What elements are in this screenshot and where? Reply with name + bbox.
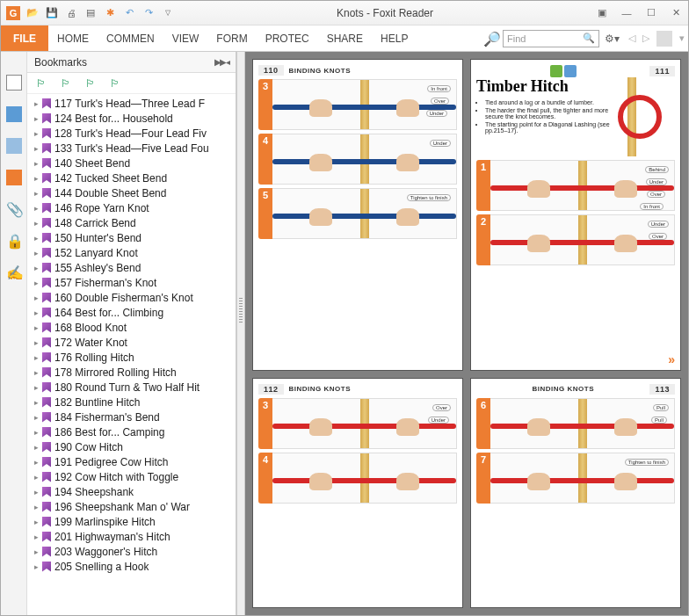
bookmark-item[interactable]: ▸160 Double Fisherman's Knot — [27, 290, 236, 305]
dropdown-icon[interactable]: ▽ — [161, 6, 175, 20]
find-go-icon[interactable]: 🔍 — [583, 33, 595, 44]
step-number: 5 — [258, 188, 272, 239]
menu-view[interactable]: VIEW — [163, 33, 208, 45]
user-menu-icon[interactable]: ▾ — [676, 33, 688, 44]
bookmark-item[interactable]: ▸178 Mirrored Rolling Hitch — [27, 365, 236, 380]
step-5: 5Tighten to finish — [258, 188, 457, 239]
nav-next-icon[interactable]: ▷ — [639, 33, 653, 44]
bookmark-item[interactable]: ▸144 Double Sheet Bend — [27, 185, 236, 200]
bookmark-item[interactable]: ▸196 Sheepshank Man o' War — [27, 499, 236, 514]
step-3: 3OverUnder — [258, 398, 457, 449]
step-number: 3 — [258, 398, 272, 449]
step-label: Under — [428, 417, 449, 424]
redo-icon[interactable]: ↷ — [141, 6, 156, 20]
bookmark-item[interactable]: ▸201 Highwayman's Hitch — [27, 529, 236, 544]
step-label: Over — [432, 404, 451, 411]
bookmark-item[interactable]: ▸186 Best for... Camping — [27, 424, 236, 439]
menu-form[interactable]: FORM — [207, 33, 256, 45]
step-number: 4 — [258, 453, 272, 504]
nav-prev-icon[interactable]: ◁ — [625, 33, 639, 44]
ribbon-toggle-icon[interactable]: ▣ — [595, 6, 609, 20]
bookmark-item[interactable]: ▸128 Turk's Head—Four Lead Fiv — [27, 126, 236, 141]
bookmark-item[interactable]: ▸140 Sheet Bend — [27, 156, 236, 170]
step-number: 6 — [476, 398, 490, 449]
knot-title: Timber Hitch — [476, 77, 613, 96]
bookmarks-header: Bookmarks ▶▶ ◂ — [27, 52, 236, 73]
bookmark-item[interactable]: ▸117 Turk's Head—Three Lead F — [27, 96, 236, 111]
page-111: 111 Timber Hitch Tied around a log or a … — [470, 59, 681, 371]
bookmark-tab-icon[interactable] — [6, 75, 22, 91]
signature-tab-icon[interactable]: ✍ — [6, 265, 22, 280]
bookmark-item[interactable]: ▸142 Tucked Sheet Bend — [27, 170, 236, 185]
bookmark-item[interactable]: ▸148 Carrick Bend — [27, 215, 236, 230]
step-3: 3In frontOverUnder — [258, 79, 457, 130]
bookmark-item[interactable]: ▸203 Waggoner's Hitch — [27, 544, 236, 559]
step-7: 7Tighten to finish — [476, 453, 675, 504]
undo-icon[interactable]: ↶ — [122, 6, 136, 20]
bm-tool-expand-icon[interactable]: 🏳 — [36, 77, 47, 90]
save-icon[interactable]: 💾 — [45, 6, 59, 20]
menu-protect[interactable]: PROTEC — [257, 33, 318, 45]
menu-comment[interactable]: COMMEN — [98, 33, 163, 45]
menu-home[interactable]: HOME — [48, 33, 98, 45]
bookmark-item[interactable]: ▸157 Fisherman's Knot — [27, 275, 236, 290]
step-number: 4 — [258, 134, 272, 185]
step-label: Under — [426, 110, 447, 117]
feature-icon — [550, 65, 562, 77]
bookmark-item[interactable]: ▸194 Sheepshank — [27, 484, 236, 499]
bookmarks-list: ▸117 Turk's Head—Three Lead F▸124 Best f… — [27, 94, 236, 615]
bookmark-item[interactable]: ▸199 Marlinspike Hitch — [27, 514, 236, 529]
bookmark-item[interactable]: ▸205 Snelling a Hook — [27, 559, 236, 574]
bookmark-item[interactable]: ▸164 Best for... Climbing — [27, 305, 236, 320]
menu-help[interactable]: HELP — [372, 33, 417, 45]
bookmark-item[interactable]: ▸152 Lanyard Knot — [27, 245, 236, 260]
doc-icon[interactable]: ▤ — [83, 6, 98, 20]
page-112: 112 BINDING KNOTS 3OverUnder4 — [252, 378, 463, 609]
user-avatar[interactable] — [656, 31, 672, 47]
menu-file[interactable]: FILE — [1, 25, 48, 51]
bookmark-item[interactable]: ▸191 Pedigree Cow Hitch — [27, 454, 236, 469]
page-category: BINDING KNOTS — [289, 385, 352, 393]
bookmark-item[interactable]: ▸133 Turk's Head—Five Lead Fou — [27, 141, 236, 156]
bookmark-item[interactable]: ▸190 Cow Hitch — [27, 439, 236, 454]
bookmark-item[interactable]: ▸182 Buntline Hitch — [27, 395, 236, 409]
document-view[interactable]: 110 BINDING KNOTS 3In frontOverUnder4Und… — [245, 52, 688, 615]
bookmark-item[interactable]: ▸124 Best for... Household — [27, 111, 236, 126]
bm-tool-add-icon[interactable]: 🏳 — [61, 77, 71, 90]
bm-tool-opt-icon[interactable]: 🏳 — [110, 77, 120, 90]
star-icon[interactable]: ✱ — [103, 6, 117, 20]
close-icon[interactable]: ✕ — [669, 6, 683, 20]
menu-bar: FILE HOME COMMEN VIEW FORM PROTEC SHARE … — [1, 25, 688, 52]
layers-tab-icon[interactable] — [6, 138, 22, 154]
step-2: 2UnderOver — [476, 214, 675, 265]
attachments-tab-icon[interactable]: 📎 — [6, 201, 22, 217]
step-label: Tighten to finish — [625, 459, 669, 466]
search-tool-icon[interactable]: 🔎 — [483, 31, 499, 47]
menu-share[interactable]: SHARE — [318, 33, 372, 45]
step-6: 6PullPull — [476, 398, 675, 449]
bookmark-item[interactable]: ▸150 Hunter's Bend — [27, 230, 236, 245]
bookmark-item[interactable]: ▸168 Blood Knot — [27, 320, 236, 335]
bookmark-item[interactable]: ▸172 Water Knot — [27, 335, 236, 350]
bm-tool-del-icon[interactable]: 🏳 — [85, 77, 96, 90]
find-input[interactable]: Find 🔍 — [503, 30, 599, 47]
print-icon[interactable]: 🖨 — [64, 6, 78, 20]
bookmarks-title: Bookmarks — [34, 56, 87, 69]
minimize-icon[interactable]: — — [620, 6, 634, 20]
bookmark-item[interactable]: ▸184 Fisherman's Bend — [27, 409, 236, 424]
security-tab-icon[interactable]: 🔒 — [6, 233, 22, 249]
comments-tab-icon[interactable] — [6, 170, 22, 185]
collapse-icon[interactable]: ▶▶ ◂ — [214, 57, 228, 67]
open-icon[interactable]: 📂 — [25, 6, 40, 20]
maximize-icon[interactable]: ☐ — [644, 6, 658, 20]
settings-icon[interactable]: ⚙▾ — [605, 33, 620, 45]
bookmark-item[interactable]: ▸155 Ashley's Bend — [27, 260, 236, 275]
bookmark-item[interactable]: ▸180 Round Turn & Two Half Hit — [27, 380, 236, 395]
pages-tab-icon[interactable] — [6, 106, 22, 122]
app-icon: G — [6, 6, 20, 20]
bookmark-item[interactable]: ▸146 Rope Yarn Knot — [27, 200, 236, 215]
step-number: 1 — [476, 160, 490, 211]
bookmark-item[interactable]: ▸176 Rolling Hitch — [27, 350, 236, 365]
splitter[interactable] — [236, 52, 245, 615]
bookmark-item[interactable]: ▸192 Cow Hitch with Toggle — [27, 469, 236, 484]
